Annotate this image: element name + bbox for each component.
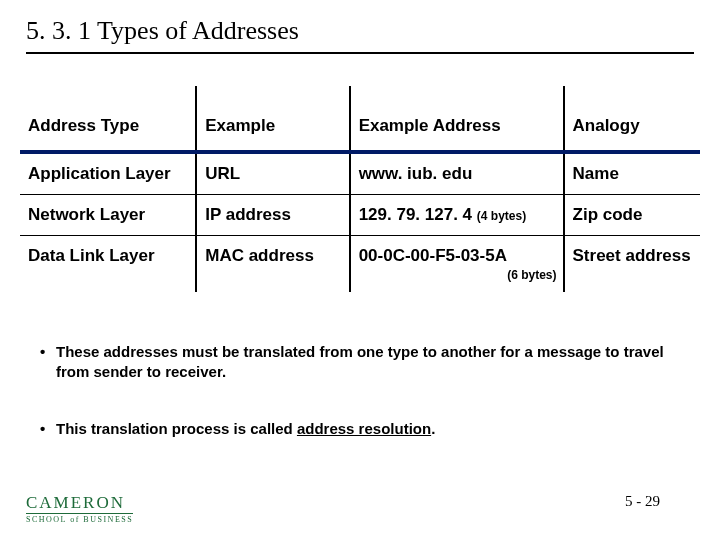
logo-line1: CAMERON xyxy=(26,494,133,511)
page-number: 5 - 29 xyxy=(625,493,660,510)
header-example-address: Example Address xyxy=(350,86,564,152)
row2-address: 00-0C-00-F5-03-5A (6 bytes) xyxy=(350,236,564,293)
header-analogy: Analogy xyxy=(564,86,700,152)
row1-address-note: (4 bytes) xyxy=(477,209,526,223)
row1-type: Network Layer xyxy=(20,195,196,236)
row2-address-value: 00-0C-00-F5-03-5A xyxy=(359,246,507,265)
slide-title: 5. 3. 1 Types of Addresses xyxy=(0,0,720,52)
school-logo: CAMERON SCHOOL of BUSINESS xyxy=(26,494,133,524)
bullet-2-underline: address resolution xyxy=(297,420,431,437)
bullet-dot-icon: • xyxy=(40,419,56,439)
row2-type: Data Link Layer xyxy=(20,236,196,293)
address-types-table: Address Type Example Example Address Ana… xyxy=(20,86,700,292)
logo-line2: SCHOOL of BUSINESS xyxy=(26,513,133,524)
header-address-type: Address Type xyxy=(20,86,196,152)
bullet-dot-icon: • xyxy=(40,342,56,383)
row1-analogy: Zip code xyxy=(564,195,700,236)
row0-type: Application Layer xyxy=(20,152,196,195)
bullet-2-post: . xyxy=(431,420,435,437)
bullet-2-pre: This translation process is called xyxy=(56,420,297,437)
row2-address-note: (6 bytes) xyxy=(507,268,556,282)
bullet-1: • These addresses must be translated fro… xyxy=(40,342,680,383)
row0-analogy: Name xyxy=(564,152,700,195)
row2-example: MAC address xyxy=(196,236,349,293)
row1-example: IP address xyxy=(196,195,349,236)
bullet-1-text: These addresses must be translated from … xyxy=(56,342,680,383)
header-example: Example xyxy=(196,86,349,152)
row1-address: 129. 79. 127. 4 (4 bytes) xyxy=(350,195,564,236)
bullet-list: • These addresses must be translated fro… xyxy=(40,342,680,475)
row0-example: URL xyxy=(196,152,349,195)
bullet-2-text: This translation process is called addre… xyxy=(56,419,435,439)
row0-address: www. iub. edu xyxy=(350,152,564,195)
title-underline xyxy=(26,52,694,54)
bullet-2: • This translation process is called add… xyxy=(40,419,680,439)
row2-analogy: Street address xyxy=(564,236,700,293)
row1-address-value: 129. 79. 127. 4 xyxy=(359,205,472,224)
